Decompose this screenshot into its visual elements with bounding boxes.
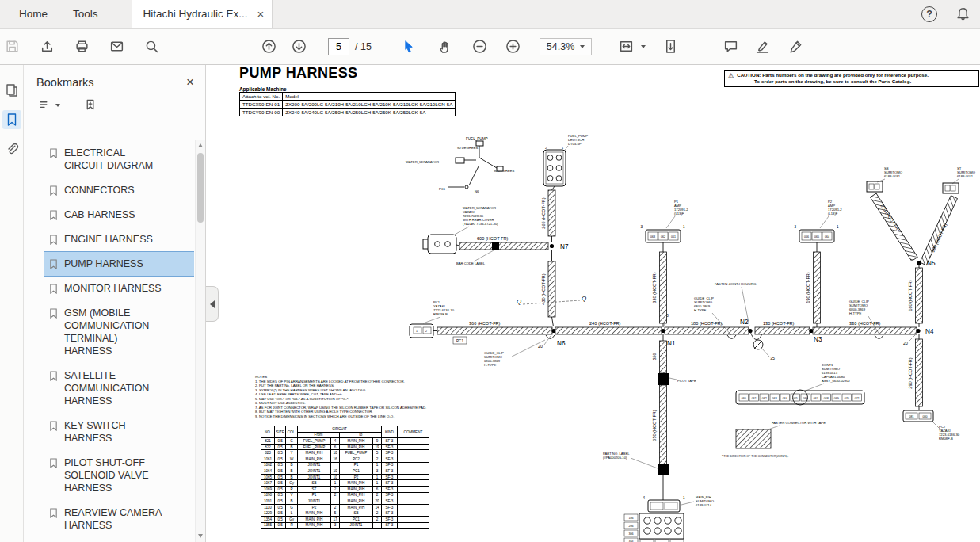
help-icon[interactable]: ? xyxy=(921,6,937,22)
comment-button[interactable] xyxy=(719,33,742,60)
main-area: Bookmarks × ELECTRICAL CIRCUIT DIAGRAM xyxy=(0,65,980,542)
collapse-panel-handle[interactable] xyxy=(206,286,219,322)
fit-width-button[interactable] xyxy=(614,33,638,60)
node-n1-label: N1 xyxy=(667,340,676,347)
zoom-out-button[interactable] xyxy=(468,33,492,60)
bookmark-item-gsm-harness[interactable]: GSM (MOBILE COMMUNICATION TERMINAL) HARN… xyxy=(44,301,194,363)
bookmark-item-hydraulic-circuit[interactable]: HYDRAULIC CIRCUIT xyxy=(44,538,194,542)
guide-clip-label: H-TYPE xyxy=(849,311,862,315)
page-number-input[interactable] xyxy=(328,38,349,55)
next-page-button[interactable] xyxy=(287,33,311,60)
bookmark-item-satellite-harness[interactable]: SATELLITE COMMUNICATION HARNESS xyxy=(44,364,194,413)
panel-scrollbar[interactable] xyxy=(195,140,205,542)
scrollbar-thumb[interactable] xyxy=(197,153,204,223)
chevron-left-icon xyxy=(210,300,215,308)
pin-number: 070 xyxy=(845,397,849,400)
pin-number: 1 xyxy=(683,225,685,229)
fill-sign-button[interactable] xyxy=(784,33,807,60)
bookmark-item-engine-harness[interactable]: ENGINE HARNESS xyxy=(44,227,194,251)
tab-document-label: Hitachi Hydraulic Ex... xyxy=(143,8,248,20)
node-n4-label: N4 xyxy=(925,328,934,335)
tab-tools-label: Tools xyxy=(73,8,98,20)
bookmark-icon xyxy=(49,508,58,518)
bar-code-mark xyxy=(492,242,499,250)
direction-note: * THE DIRECTION OF THE CONNECTOR(JOINT1)… xyxy=(722,455,788,458)
wire-length-label: 265 (HCOT-FR) xyxy=(541,197,546,229)
connector-label: RM03F-B xyxy=(433,312,448,316)
notifications-bell-icon[interactable] xyxy=(953,1,972,28)
bookmark-options-icon[interactable] xyxy=(38,98,60,112)
bookmarks-panel-toolbar xyxy=(24,94,205,118)
attachments-icon[interactable] xyxy=(2,139,21,158)
main-ph-branch: 350 PILOT TAPE 650 (HCOT-FR) PART NO. LA… xyxy=(603,334,715,542)
bookmark-icon xyxy=(49,308,58,319)
close-panel-icon[interactable]: × xyxy=(186,75,194,89)
bookmark-label: MONITOR HARNESS xyxy=(64,282,167,295)
pin-number: 081 xyxy=(909,415,914,418)
bookmarks-panel-title: Bookmarks xyxy=(36,76,94,89)
joint1-connector: JOINT1 SUMITOMO 6189-0413 CAP6A91-0080 A… xyxy=(736,363,864,405)
bookmark-item-monitor-harness[interactable]: MONITOR HARNESS xyxy=(44,277,194,300)
pin-number: 066 xyxy=(804,235,809,239)
bookmark-label: KEY SWITCH HARNESS xyxy=(64,419,167,445)
n6-label: N6 xyxy=(475,189,479,193)
previous-page-button[interactable] xyxy=(257,33,280,60)
bookmarks-panel-icon[interactable] xyxy=(2,110,21,129)
connector-label: RM08F-B xyxy=(939,437,953,441)
pin-number: 2 xyxy=(545,146,547,150)
chevron-down-icon xyxy=(55,104,60,107)
hand-tool-button[interactable] xyxy=(433,33,457,60)
bookmark-item-cab-harness[interactable]: CAB HARNESS xyxy=(44,203,194,227)
share-button[interactable] xyxy=(35,33,59,60)
bookmark-item-key-switch-harness[interactable]: KEY SWITCH HARNESS xyxy=(44,414,194,450)
connector-label: (YAZAKI 7134-4721-30) xyxy=(463,222,498,226)
pc1-box-label: PC1 xyxy=(456,339,463,343)
navigation-rail xyxy=(0,65,24,542)
select-tool-button[interactable] xyxy=(397,33,421,60)
bookmark-item-pump-harness[interactable]: PUMP HARNESS xyxy=(44,252,194,276)
zoom-level-dropdown[interactable]: 54.3% xyxy=(540,38,592,55)
bookmark-icon xyxy=(49,148,58,158)
bookmark-label: PUMP HARNESS xyxy=(64,258,167,270)
print-button[interactable] xyxy=(70,33,93,60)
bookmark-item-rearview-camera-harness[interactable]: REARVIEW CAMERA HARNESS xyxy=(44,501,194,537)
connector-label: 6189-0714 xyxy=(696,503,712,507)
pin-number: 065 xyxy=(793,397,798,400)
fit-width-control[interactable] xyxy=(614,33,646,60)
chevron-down-icon xyxy=(580,45,585,48)
scroll-down-icon[interactable] xyxy=(198,534,203,538)
pin-number: 069 xyxy=(834,397,839,400)
bookmark-item-pilot-shutoff-harness[interactable]: PILOT SHUT-OFF SOLENOID VALVE HARNESS xyxy=(44,451,194,500)
page-scrolling-button[interactable] xyxy=(658,33,682,60)
pin-number: 1 xyxy=(837,225,839,229)
p2-branch: 190 (HCOT-FR) 066 065 064 3 1 P2 AMP 172… xyxy=(794,200,842,327)
close-tab-icon[interactable]: × xyxy=(257,8,265,20)
pin-number: 2 xyxy=(425,330,427,333)
add-bookmark-icon[interactable] xyxy=(84,98,97,112)
save-button[interactable] xyxy=(0,33,24,60)
tab-document[interactable]: Hitachi Hydraulic Ex... × xyxy=(132,0,273,28)
bookmarks-list: ELECTRICAL CIRCUIT DIAGRAM CONNECTORS CA… xyxy=(44,141,194,542)
pc2-branch: 290 (HCOT-FR) 081 080 PC2 YAZAKI 7223-61… xyxy=(903,334,960,441)
search-button[interactable] xyxy=(139,33,163,60)
scroll-up-icon[interactable] xyxy=(198,143,203,147)
bar-code-label: BAR CODE LABEL xyxy=(456,261,486,265)
tabbar-right: ? xyxy=(921,0,980,28)
bookmark-item-electrical-circuit-diagram[interactable]: ELECTRICAL CIRCUIT DIAGRAM xyxy=(44,141,194,177)
tab-tools[interactable]: Tools xyxy=(60,0,111,28)
bookmark-item-connectors[interactable]: CONNECTORS xyxy=(44,178,194,202)
bookmark-label: SATELLITE COMMUNICATION HARNESS xyxy=(64,369,167,407)
wire-length-label: 330 (HCOT-FR) xyxy=(652,272,657,303)
page-thumbnails-icon[interactable] xyxy=(2,81,21,100)
highlight-button[interactable] xyxy=(750,33,774,60)
tab-bar: Home Tools Hitachi Hydraulic Ex... × ? xyxy=(0,0,980,29)
pin-number: 061 xyxy=(671,235,676,239)
pin-number: 065 xyxy=(814,235,819,239)
right-y-branch: SB SUMITOMO 6189-0031 ST SUMITOMO 6189-0… xyxy=(867,166,976,327)
tab-home-label: Home xyxy=(19,8,48,20)
tab-home[interactable]: Home xyxy=(6,0,60,28)
email-button[interactable] xyxy=(105,33,128,60)
bookmark-label: CAB HARNESS xyxy=(64,208,167,221)
zoom-in-button[interactable] xyxy=(501,33,525,60)
fasten-connector-label: FASTEN CONNECTOR WITH TAPE xyxy=(772,421,826,425)
